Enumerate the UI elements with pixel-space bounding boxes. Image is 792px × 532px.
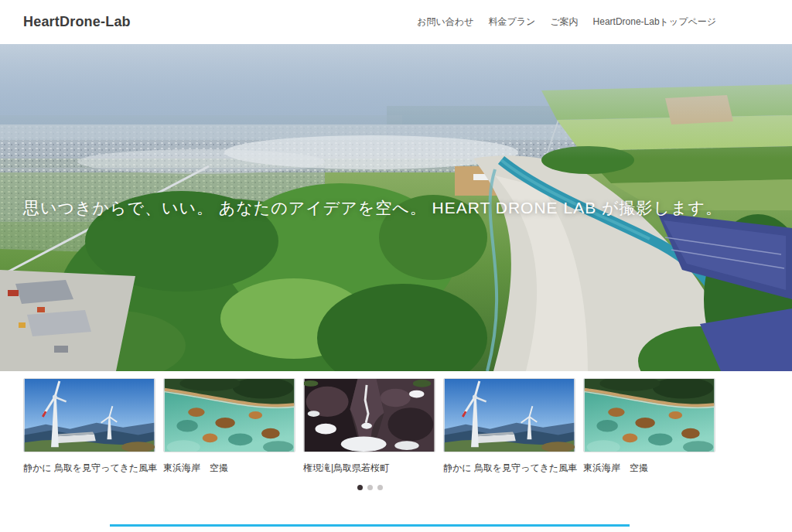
coast-aerial-image	[584, 379, 715, 452]
site-header: HeartDrone-Lab お問い合わせ 料金プラン ご案内 HeartDro…	[0, 0, 792, 44]
below-fold-section-top-border	[110, 524, 630, 532]
windmill-aerial-image	[444, 379, 575, 452]
gallery-item: 権現滝|鳥取県若桜町	[303, 378, 435, 475]
gallery-caption: 静かに 鳥取を見守ってきた風車	[23, 462, 155, 475]
nav-guide[interactable]: ご案内	[550, 15, 578, 29]
main-nav: お問い合わせ 料金プラン ご案内 HeartDrone-Labトップページ	[417, 15, 716, 29]
coast-thumbnail[interactable]	[163, 378, 295, 452]
carousel-pagination	[23, 485, 716, 490]
nav-contact[interactable]: お問い合わせ	[417, 15, 473, 29]
hero-section: 思いつきからで、いい。 あなたのアイデアを空へ。 HEART DRONE LAB…	[0, 44, 792, 371]
gallery-item: 静かに 鳥取を見守ってきた風車	[443, 378, 575, 475]
waterfall-thumbnail[interactable]	[303, 378, 435, 452]
gallery-item: 東浜海岸 空撮	[163, 378, 295, 475]
pagination-dot-2[interactable]	[367, 485, 373, 490]
pagination-dot-3[interactable]	[377, 485, 383, 490]
coast-aerial-image	[164, 379, 295, 452]
carousel-track: 静かに 鳥取を見守ってきた風車	[23, 378, 716, 475]
windmill-thumbnail[interactable]	[23, 378, 155, 452]
gallery-caption: 東浜海岸 空撮	[163, 462, 295, 475]
gallery-caption: 権現滝|鳥取県若桜町	[303, 462, 435, 475]
gallery-caption: 東浜海岸 空撮	[583, 462, 715, 475]
gallery-carousel: 静かに 鳥取を見守ってきた風車	[0, 378, 792, 490]
gallery-caption: 静かに 鳥取を見守ってきた風車	[443, 462, 575, 475]
nav-pricing[interactable]: 料金プラン	[488, 15, 535, 29]
windmill-thumbnail[interactable]	[443, 378, 575, 452]
coast-thumbnail[interactable]	[583, 378, 715, 452]
gallery-item: 静かに 鳥取を見守ってきた風車	[23, 378, 155, 475]
hero-tagline: 思いつきからで、いい。 あなたのアイデアを空へ。 HEART DRONE LAB…	[23, 199, 722, 217]
brand-logo[interactable]: HeartDrone-Lab	[23, 14, 131, 30]
waterfall-snow-image	[304, 379, 435, 452]
pagination-dot-1[interactable]	[357, 485, 363, 490]
windmill-aerial-image	[24, 379, 155, 452]
nav-top-page[interactable]: HeartDrone-Labトップページ	[593, 15, 716, 29]
gallery-item: 東浜海岸 空撮	[583, 378, 715, 475]
